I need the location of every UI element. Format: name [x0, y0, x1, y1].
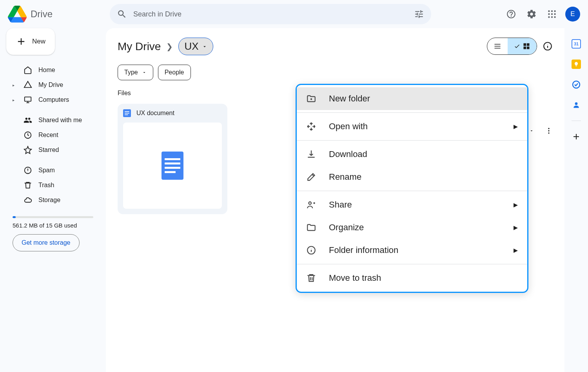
nav-recent[interactable]: Recent [6, 128, 100, 143]
breadcrumb-parent[interactable]: My Drive [118, 40, 161, 53]
info-icon[interactable] [543, 41, 553, 51]
folder-context-menu: New folder Open with ▸ Download Rename S… [296, 84, 528, 293]
svg-rect-23 [125, 114, 128, 115]
apps-button[interactable] [545, 7, 559, 21]
app-name: Drive [31, 9, 53, 20]
cloud-icon [24, 196, 32, 204]
svg-point-4 [551, 13, 553, 15]
nav-storage[interactable]: Storage [6, 193, 100, 208]
calendar-app-icon[interactable]: 31 [572, 39, 581, 49]
menu-open-with[interactable]: Open with ▸ [297, 115, 527, 138]
rename-icon [306, 172, 316, 182]
breadcrumb-current[interactable]: UX [178, 38, 213, 55]
share-icon [306, 200, 316, 210]
dropdown-icon [142, 70, 147, 75]
chevron-right-icon: ▸ [514, 200, 518, 210]
check-icon [514, 43, 520, 49]
chevron-right-icon: ❯ [166, 42, 173, 51]
apps-grid-icon [547, 9, 557, 19]
help-button[interactable] [504, 7, 518, 21]
settings-button[interactable] [524, 7, 539, 21]
svg-point-2 [554, 10, 555, 12]
svg-point-8 [554, 16, 555, 18]
download-icon [306, 149, 316, 159]
logo[interactable]: Drive [8, 5, 105, 23]
expand-icon[interactable]: ▸ [13, 83, 17, 87]
svg-point-6 [548, 16, 550, 18]
keep-app-icon[interactable] [572, 60, 581, 69]
view-toggle [487, 38, 537, 55]
menu-share[interactable]: Share ▸ [297, 193, 527, 216]
menu-folder-info[interactable]: Folder information ▸ [297, 239, 527, 262]
svg-point-3 [548, 13, 550, 15]
chevron-right-icon: ▸ [514, 245, 518, 255]
home-icon [24, 66, 32, 74]
storage-text: 561.2 MB of 15 GB used [13, 222, 93, 229]
svg-rect-22 [125, 113, 129, 114]
nav-starred[interactable]: Starred [6, 143, 100, 157]
dropdown-icon [529, 128, 534, 133]
svg-rect-13 [527, 43, 530, 46]
svg-point-17 [548, 128, 549, 129]
side-panel: 31 [564, 28, 588, 372]
star-icon [24, 146, 32, 154]
people-icon [24, 116, 32, 125]
svg-point-18 [548, 130, 549, 131]
contacts-app-icon[interactable] [572, 100, 581, 110]
svg-rect-9 [25, 97, 31, 101]
view-controls [487, 38, 553, 55]
docs-icon [162, 152, 183, 180]
menu-new-folder[interactable]: New folder [297, 87, 527, 110]
search-input[interactable] [133, 10, 408, 18]
drive-logo-icon [8, 5, 27, 23]
nav-spam[interactable]: Spam [6, 163, 100, 178]
list-icon [494, 42, 501, 50]
search-bar[interactable] [110, 4, 431, 24]
trash-icon [24, 181, 32, 190]
main-content: My Drive ❯ UX Type People Files Name [106, 28, 564, 372]
storage-bar [13, 216, 93, 218]
menu-rename[interactable]: Rename [297, 166, 527, 188]
menu-organize[interactable]: Organize ▸ [297, 216, 527, 239]
filter-bar: Type People [118, 65, 553, 80]
grid-view-button[interactable] [508, 38, 537, 54]
expand-icon[interactable]: ▸ [13, 98, 17, 102]
filter-type[interactable]: Type [118, 65, 153, 80]
svg-point-27 [575, 102, 578, 105]
file-card[interactable]: UX document [118, 104, 227, 214]
computer-icon [24, 96, 32, 104]
get-storage-button[interactable]: Get more storage [13, 234, 80, 251]
file-name: UX document [136, 110, 174, 117]
tasks-app-icon[interactable] [572, 80, 581, 89]
spam-icon [24, 166, 32, 175]
header: Drive E [0, 0, 588, 28]
add-panel-button[interactable] [572, 132, 581, 141]
avatar[interactable]: E [565, 7, 580, 22]
grid-icon [523, 42, 530, 50]
menu-move-to-trash[interactable]: Move to trash [297, 267, 527, 289]
storage-section: 561.2 MB of 15 GB used Get more storage [6, 216, 100, 251]
tune-icon[interactable] [414, 9, 424, 19]
search-icon [117, 9, 127, 19]
drive-icon [24, 81, 32, 89]
nav-my-drive[interactable]: ▸My Drive [6, 78, 100, 92]
svg-point-24 [309, 202, 312, 204]
svg-point-19 [548, 132, 549, 134]
list-view-button[interactable] [487, 38, 508, 54]
sidebar: New Home ▸My Drive ▸Computers Shared wit… [0, 28, 106, 372]
header-actions: E [504, 7, 580, 22]
nav-computers[interactable]: ▸Computers [6, 92, 100, 107]
trash-icon [306, 273, 316, 283]
dropdown-icon [202, 44, 207, 49]
help-icon [506, 9, 516, 19]
clock-icon [24, 131, 32, 139]
new-button[interactable]: New [6, 28, 55, 55]
more-icon[interactable] [545, 127, 553, 135]
nav-trash[interactable]: Trash [6, 178, 100, 193]
nav-home[interactable]: Home [6, 63, 100, 78]
nav-shared[interactable]: Shared with me [6, 113, 100, 128]
filter-people[interactable]: People [158, 65, 191, 80]
open-with-icon [306, 121, 316, 132]
plus-icon [16, 36, 27, 47]
menu-download[interactable]: Download [297, 143, 527, 166]
